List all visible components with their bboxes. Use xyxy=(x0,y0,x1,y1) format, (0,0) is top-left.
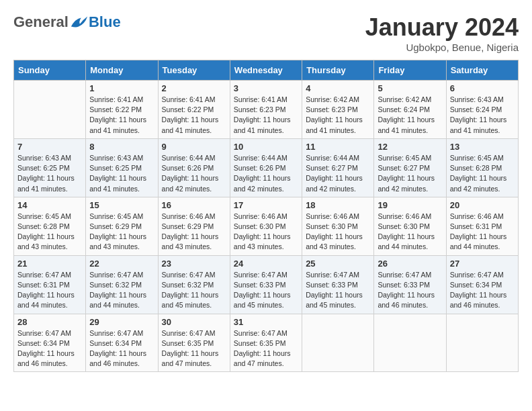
sunset-text: Sunset: 6:31 PM xyxy=(17,281,70,289)
daylight-text: Daylight: 11 hours and 41 minutes. xyxy=(378,116,435,134)
daylight-text: Daylight: 11 hours and 41 minutes. xyxy=(89,174,146,192)
calendar-week-row: 28 Sunrise: 6:47 AM Sunset: 6:34 PM Dayl… xyxy=(14,314,519,372)
sunset-text: Sunset: 6:30 PM xyxy=(378,222,430,230)
cell-info: Sunrise: 6:41 AM Sunset: 6:23 PM Dayligh… xyxy=(234,95,298,136)
sunset-text: Sunset: 6:28 PM xyxy=(17,222,70,230)
sunrise-text: Sunrise: 6:42 AM xyxy=(306,95,359,103)
sunrise-text: Sunrise: 6:41 AM xyxy=(162,95,216,103)
table-row xyxy=(14,81,86,139)
day-number: 5 xyxy=(378,83,442,93)
daylight-text: Daylight: 11 hours and 42 minutes. xyxy=(306,174,363,192)
calendar-week-row: 1 Sunrise: 6:41 AM Sunset: 6:22 PM Dayli… xyxy=(14,81,519,139)
sunrise-text: Sunrise: 6:47 AM xyxy=(234,329,287,337)
cell-info: Sunrise: 6:47 AM Sunset: 6:34 PM Dayligh… xyxy=(89,328,154,369)
table-row: 31 Sunrise: 6:47 AM Sunset: 6:35 PM Dayl… xyxy=(230,314,302,372)
daylight-text: Daylight: 11 hours and 46 minutes. xyxy=(378,291,435,309)
table-row: 30 Sunrise: 6:47 AM Sunset: 6:35 PM Dayl… xyxy=(158,314,230,372)
daylight-text: Daylight: 11 hours and 42 minutes. xyxy=(378,174,435,192)
table-row: 17 Sunrise: 6:46 AM Sunset: 6:30 PM Dayl… xyxy=(230,197,302,255)
day-number: 12 xyxy=(378,142,442,152)
day-number: 21 xyxy=(17,259,82,269)
sunset-text: Sunset: 6:23 PM xyxy=(234,105,286,113)
cell-info: Sunrise: 6:45 AM Sunset: 6:28 PM Dayligh… xyxy=(17,212,82,253)
day-number: 13 xyxy=(450,142,515,152)
month-title: January 2024 xyxy=(365,13,519,42)
table-row: 2 Sunrise: 6:41 AM Sunset: 6:22 PM Dayli… xyxy=(158,81,230,139)
calendar-week-row: 7 Sunrise: 6:43 AM Sunset: 6:25 PM Dayli… xyxy=(14,138,519,197)
day-number: 11 xyxy=(306,142,370,152)
sunset-text: Sunset: 6:28 PM xyxy=(450,164,502,172)
cell-info: Sunrise: 6:46 AM Sunset: 6:29 PM Dayligh… xyxy=(162,212,226,253)
col-sunday: Sunday xyxy=(14,60,86,81)
sunrise-text: Sunrise: 6:46 AM xyxy=(234,212,287,220)
daylight-text: Daylight: 11 hours and 41 minutes. xyxy=(234,116,291,134)
sunrise-text: Sunrise: 6:46 AM xyxy=(378,212,431,220)
sunrise-text: Sunrise: 6:47 AM xyxy=(162,271,216,279)
daylight-text: Daylight: 11 hours and 47 minutes. xyxy=(162,349,219,367)
cell-info: Sunrise: 6:46 AM Sunset: 6:30 PM Dayligh… xyxy=(234,212,298,253)
sunrise-text: Sunrise: 6:47 AM xyxy=(378,271,431,279)
table-row xyxy=(302,314,374,372)
cell-info: Sunrise: 6:44 AM Sunset: 6:26 PM Dayligh… xyxy=(162,153,226,194)
day-number: 2 xyxy=(162,83,226,93)
day-number: 20 xyxy=(450,200,515,210)
table-row: 29 Sunrise: 6:47 AM Sunset: 6:34 PM Dayl… xyxy=(86,314,158,372)
table-row: 20 Sunrise: 6:46 AM Sunset: 6:31 PM Dayl… xyxy=(446,197,518,255)
table-row: 28 Sunrise: 6:47 AM Sunset: 6:34 PM Dayl… xyxy=(14,314,86,372)
cell-info: Sunrise: 6:47 AM Sunset: 6:34 PM Dayligh… xyxy=(450,270,515,311)
col-tuesday: Tuesday xyxy=(158,60,230,81)
day-number: 14 xyxy=(17,200,82,210)
calendar-week-row: 21 Sunrise: 6:47 AM Sunset: 6:31 PM Dayl… xyxy=(14,255,519,314)
cell-info: Sunrise: 6:46 AM Sunset: 6:31 PM Dayligh… xyxy=(450,212,515,253)
daylight-text: Daylight: 11 hours and 44 minutes. xyxy=(450,232,507,250)
table-row: 19 Sunrise: 6:46 AM Sunset: 6:30 PM Dayl… xyxy=(374,197,446,255)
sunrise-text: Sunrise: 6:47 AM xyxy=(89,329,143,337)
col-friday: Friday xyxy=(374,60,446,81)
daylight-text: Daylight: 11 hours and 43 minutes. xyxy=(17,232,75,250)
cell-info: Sunrise: 6:42 AM Sunset: 6:23 PM Dayligh… xyxy=(306,95,370,136)
table-row: 12 Sunrise: 6:45 AM Sunset: 6:27 PM Dayl… xyxy=(374,138,446,197)
cell-info: Sunrise: 6:47 AM Sunset: 6:33 PM Dayligh… xyxy=(234,270,298,311)
day-number: 24 xyxy=(234,259,298,269)
table-row xyxy=(374,314,446,372)
sunset-text: Sunset: 6:25 PM xyxy=(89,164,142,172)
day-number: 30 xyxy=(162,317,226,327)
sunrise-text: Sunrise: 6:41 AM xyxy=(89,95,143,103)
sunrise-text: Sunrise: 6:43 AM xyxy=(17,154,71,162)
sunset-text: Sunset: 6:27 PM xyxy=(306,164,358,172)
sunset-text: Sunset: 6:29 PM xyxy=(89,222,142,230)
cell-info: Sunrise: 6:47 AM Sunset: 6:32 PM Dayligh… xyxy=(89,270,154,311)
sunrise-text: Sunrise: 6:44 AM xyxy=(162,154,216,162)
table-row: 13 Sunrise: 6:45 AM Sunset: 6:28 PM Dayl… xyxy=(446,138,518,197)
sunrise-text: Sunrise: 6:46 AM xyxy=(162,212,216,220)
table-row: 27 Sunrise: 6:47 AM Sunset: 6:34 PM Dayl… xyxy=(446,255,518,314)
daylight-text: Daylight: 11 hours and 42 minutes. xyxy=(234,174,291,192)
day-number: 7 xyxy=(17,142,82,152)
sunset-text: Sunset: 6:24 PM xyxy=(450,105,502,113)
daylight-text: Daylight: 11 hours and 41 minutes. xyxy=(162,116,219,134)
cell-info: Sunrise: 6:47 AM Sunset: 6:33 PM Dayligh… xyxy=(378,270,442,311)
day-number: 23 xyxy=(162,259,226,269)
page-header: General Blue January 2024 Ugbokpo, Benue… xyxy=(13,13,519,53)
day-number: 28 xyxy=(17,317,82,327)
table-row: 4 Sunrise: 6:42 AM Sunset: 6:23 PM Dayli… xyxy=(302,81,374,139)
daylight-text: Daylight: 11 hours and 46 minutes. xyxy=(450,291,507,309)
sunset-text: Sunset: 6:23 PM xyxy=(306,105,358,113)
sunset-text: Sunset: 6:32 PM xyxy=(162,281,214,289)
day-number: 3 xyxy=(234,83,298,93)
sunrise-text: Sunrise: 6:41 AM xyxy=(234,95,287,103)
table-row: 3 Sunrise: 6:41 AM Sunset: 6:23 PM Dayli… xyxy=(230,81,302,139)
table-row: 10 Sunrise: 6:44 AM Sunset: 6:26 PM Dayl… xyxy=(230,138,302,197)
sunset-text: Sunset: 6:34 PM xyxy=(89,339,142,347)
day-number: 31 xyxy=(234,317,298,327)
day-number: 16 xyxy=(162,200,226,210)
daylight-text: Daylight: 11 hours and 47 minutes. xyxy=(234,349,291,367)
table-row: 9 Sunrise: 6:44 AM Sunset: 6:26 PM Dayli… xyxy=(158,138,230,197)
daylight-text: Daylight: 11 hours and 41 minutes. xyxy=(89,116,146,134)
col-saturday: Saturday xyxy=(446,60,518,81)
day-number: 1 xyxy=(89,83,154,93)
logo-bird-icon xyxy=(70,15,89,30)
sunrise-text: Sunrise: 6:44 AM xyxy=(234,154,287,162)
sunrise-text: Sunrise: 6:42 AM xyxy=(378,95,431,103)
sunrise-text: Sunrise: 6:47 AM xyxy=(306,271,359,279)
